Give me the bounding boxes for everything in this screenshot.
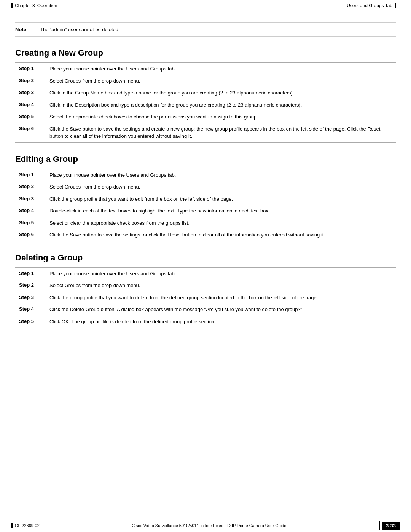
step-label: Step 3 — [15, 294, 49, 300]
step-row: Step 3 Click the group profile that you … — [15, 292, 396, 304]
step-label: Step 2 — [15, 282, 49, 288]
step-content: Select or clear the appropriate check bo… — [49, 219, 396, 227]
step-row: Step 5 Select or clear the appropriate c… — [15, 217, 396, 229]
step-content: Place your mouse pointer over the Users … — [49, 65, 396, 73]
step-content: Select Groups from the drop-down menu. — [49, 282, 396, 289]
step-label: Step 2 — [15, 77, 49, 83]
step-row: Step 4 Double-click in each of the text … — [15, 205, 396, 217]
section-heading-deleting: Deleting a Group — [15, 253, 396, 263]
step-content: Click the group profile that you want to… — [49, 195, 396, 203]
step-label: Step 1 — [15, 171, 49, 177]
header-right: Users and Groups Tab — [347, 3, 396, 8]
header-right-label: Users and Groups Tab — [347, 3, 392, 8]
footer-center-text: Cisco Video Surveillance 5010/5011 Indoo… — [132, 523, 286, 528]
step-label: Step 1 — [15, 65, 49, 71]
step-content: Click the Save button to save the settin… — [49, 231, 396, 239]
step-content: Double-click in each of the text boxes t… — [49, 207, 396, 215]
step-content: Click the Delete Group button. A dialog … — [49, 306, 396, 313]
footer-right: 3-33 — [379, 521, 411, 530]
step-content: Select Groups from the drop-down menu. — [49, 77, 396, 85]
steps-container-creating: Step 1 Place your mouse pointer over the… — [15, 62, 396, 143]
step-row: Step 6 Click the Save button to save the… — [15, 229, 396, 241]
step-content: Click the group profile that you want to… — [49, 294, 396, 302]
step-label: Step 3 — [15, 195, 49, 201]
step-row: Step 5 Select the appropriate check boxe… — [15, 111, 396, 123]
step-content: Click in the Description box and type a … — [49, 101, 396, 109]
step-row: Step 4 Click the Delete Group button. A … — [15, 304, 396, 316]
step-row: Step 5 Click OK. The group profile is de… — [15, 316, 396, 328]
footer-left-bar — [11, 523, 13, 528]
step-content: Select Groups from the drop-down menu. — [49, 183, 396, 191]
step-label: Step 4 — [15, 101, 49, 107]
step-row: Step 4 Click in the Description box and … — [15, 99, 396, 111]
footer-right-bar — [379, 521, 380, 530]
step-row: Step 3 Click the group profile that you … — [15, 193, 396, 205]
step-row: Step 1 Place your mouse pointer over the… — [15, 63, 396, 75]
step-content: Click in the Group Name box and type a n… — [49, 89, 396, 97]
steps-container-deleting: Step 1 Place your mouse pointer over the… — [15, 267, 396, 328]
step-row: Step 3 Click in the Group Name box and t… — [15, 87, 396, 99]
chapter-sub: Operation — [37, 3, 57, 8]
step-label: Step 5 — [15, 113, 49, 119]
section-creating-a-new-group: Creating a New Group Step 1 Place your m… — [15, 48, 396, 143]
section-editing-a-group: Editing a Group Step 1 Place your mouse … — [15, 154, 396, 241]
page-number: 3-33 — [382, 522, 400, 530]
header-right-bar — [395, 3, 396, 8]
note-box: Note The “admin” user cannot be deleted. — [15, 22, 396, 37]
step-label: Step 2 — [15, 183, 49, 189]
page-header: Chapter 3 Operation Users and Groups Tab — [0, 0, 411, 11]
step-row: Step 2 Select Groups from the drop-down … — [15, 75, 396, 87]
step-label: Step 5 — [15, 318, 49, 324]
step-label: Step 6 — [15, 125, 49, 131]
step-row: Step 2 Select Groups from the drop-down … — [15, 280, 396, 292]
section-heading-editing: Editing a Group — [15, 154, 396, 164]
step-content: Place your mouse pointer over the Users … — [49, 270, 396, 278]
steps-container-editing: Step 1 Place your mouse pointer over the… — [15, 169, 396, 241]
note-label: Note — [15, 27, 32, 32]
header-left-bar — [11, 3, 13, 8]
footer-center: Cisco Video Surveillance 5010/5011 Indoo… — [40, 523, 379, 528]
main-content: Note The “admin” user cannot be deleted.… — [0, 11, 411, 347]
footer-left: OL-22669-02 — [0, 523, 40, 528]
step-label: Step 5 — [15, 219, 49, 225]
step-label: Step 1 — [15, 270, 49, 276]
step-content: Click the Save button to save the settin… — [49, 125, 396, 140]
step-label: Step 4 — [15, 306, 49, 312]
step-row: Step 6 Click the Save button to save the… — [15, 123, 396, 142]
step-label: Step 6 — [15, 231, 49, 237]
step-row: Step 1 Place your mouse pointer over the… — [15, 169, 396, 181]
page-footer: OL-22669-02 Cisco Video Surveillance 501… — [0, 519, 411, 532]
step-content: Place your mouse pointer over the Users … — [49, 171, 396, 179]
step-row: Step 1 Place your mouse pointer over the… — [15, 268, 396, 280]
step-content: Click OK. The group profile is deleted f… — [49, 318, 396, 326]
section-heading-creating: Creating a New Group — [15, 48, 396, 58]
note-text: The “admin” user cannot be deleted. — [40, 27, 120, 32]
footer-doc-number: OL-22669-02 — [15, 523, 40, 528]
header-left: Chapter 3 Operation — [11, 3, 57, 8]
chapter-label: Chapter 3 — [15, 3, 35, 8]
step-label: Step 4 — [15, 207, 49, 213]
section-deleting-a-group: Deleting a Group Step 1 Place your mouse… — [15, 253, 396, 328]
step-label: Step 3 — [15, 89, 49, 95]
step-row: Step 2 Select Groups from the drop-down … — [15, 181, 396, 193]
step-content: Select the appropriate check boxes to ch… — [49, 113, 396, 121]
